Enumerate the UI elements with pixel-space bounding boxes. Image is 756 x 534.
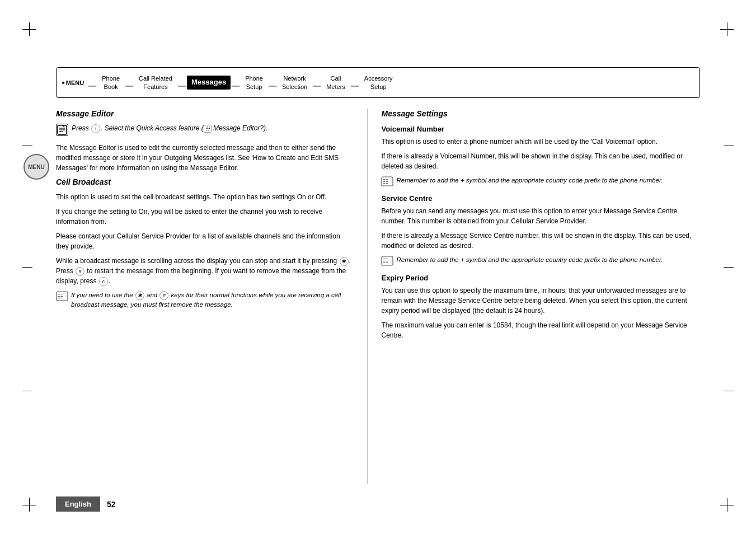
- nav-accessory-setup[interactable]: AccessorySetup: [360, 74, 397, 91]
- menu-label: MENU: [57, 79, 87, 86]
- crosshair-top-right: [720, 22, 734, 36]
- tick-right-mid: [724, 267, 734, 268]
- cell-body4: While a broadcast message is scrolling a…: [56, 256, 351, 286]
- up-button-inline: ↑: [91, 124, 100, 133]
- expiry-body1: You can use this option to specify the m…: [381, 285, 700, 316]
- menu-icon: MENU: [24, 154, 49, 180]
- service-note-box: ☷ Remember to add the + symbol and the a…: [381, 255, 700, 267]
- nav-arrow-1: ⎯⎯: [88, 79, 96, 87]
- service-body2: If there is already a Message Service Ce…: [381, 231, 700, 251]
- message-editor-body: The Message Editor is used to edit the c…: [56, 143, 351, 173]
- nav-messages[interactable]: Messages: [187, 76, 231, 90]
- cell-note-box: ☷ If you need to use the ✱ and # keys fo…: [56, 291, 351, 309]
- nav-arrow-6: ⎯⎯: [313, 79, 321, 87]
- star-button-inline: ✱: [340, 257, 349, 266]
- hash2-btn: #: [159, 291, 168, 300]
- voicemail-note-icon: ☷: [381, 176, 393, 188]
- nav-call-meters[interactable]: CallMeters: [322, 74, 350, 91]
- svg-text:☷: ☷: [383, 178, 388, 185]
- tick-left-bot: [22, 391, 32, 391]
- cell-body2: If you change the setting to On, you wil…: [56, 207, 351, 227]
- nav-phone-setup[interactable]: PhoneSetup: [241, 74, 267, 91]
- message-settings-title: Message Settings: [381, 109, 700, 118]
- voicemail-body2: If there is already a Voicemail Number, …: [381, 151, 700, 171]
- nav-arrow-2: ⎯⎯: [125, 79, 133, 87]
- voicemail-title: Voicemail Number: [381, 125, 700, 133]
- tick-left-mid: [22, 267, 32, 268]
- crosshair-bottom-right: [720, 498, 734, 512]
- left-column: MENU Message Editor Press ↑. Select the …: [56, 109, 365, 484]
- voicemail-note-text: Remember to add the + symbol and the app…: [396, 176, 663, 185]
- voicemail-body1: This option is used to enter a phone num…: [381, 137, 700, 147]
- nav-call-related[interactable]: Call RelatedFeatures: [134, 74, 177, 91]
- service-note-text: Remember to add the + symbol and the app…: [396, 255, 663, 264]
- service-body1: Before you can send any messages you mus…: [381, 206, 700, 226]
- vertical-divider: [367, 109, 368, 484]
- cell-body1: This option is used to set the cell broa…: [56, 192, 351, 202]
- message-editor-title: Message Editor: [56, 109, 351, 118]
- voicemail-note-box: ☷ Remember to add the + symbol and the a…: [381, 176, 700, 188]
- page-number: 52: [107, 500, 116, 509]
- right-column: Message Settings Voicemail Number This o…: [370, 109, 700, 484]
- nav-network-selection[interactable]: NetworkSelection: [278, 74, 312, 91]
- nav-arrow-4: ⎯⎯: [232, 79, 240, 87]
- note-icon: [56, 124, 68, 136]
- expiry-body2: The maximum value you can enter is 10584…: [381, 320, 700, 340]
- service-note-icon: ☷: [381, 256, 393, 267]
- c-button-inline: c: [99, 277, 108, 286]
- hash-button-inline: #: [76, 267, 84, 276]
- bottom-bar: English 52: [56, 496, 700, 512]
- expiry-title: Expiry Period: [381, 274, 700, 282]
- cell-broadcast-title: Cell Broadcast: [56, 177, 351, 186]
- menu-icon-container: MENU: [24, 154, 49, 180]
- crosshair-bottom-left: [22, 498, 36, 512]
- nav-bar: MENU ⎯⎯ PhoneBook ⎯⎯ Call RelatedFeature…: [56, 67, 700, 98]
- main-content: MENU Message Editor Press ↑. Select the …: [56, 109, 700, 484]
- message-editor-note-text: Press ↑. Select the Quick Access feature…: [72, 124, 267, 133]
- tick-right-bot: [724, 391, 734, 391]
- language-label: English: [56, 496, 100, 512]
- crosshair-top-left: [22, 22, 36, 36]
- nav-arrow-5: ⎯⎯: [269, 79, 276, 87]
- star2-btn: ✱: [135, 291, 144, 300]
- svg-text:☷: ☷: [383, 257, 388, 264]
- nav-arrow-7: ⎯⎯: [351, 79, 359, 87]
- message-editor-note-box: Press ↑. Select the Quick Access feature…: [56, 124, 351, 136]
- service-centre-title: Service Centre: [381, 194, 700, 203]
- cell-body3: Please contact your Cellular Service Pro…: [56, 231, 351, 251]
- nav-phone-book[interactable]: PhoneBook: [97, 74, 124, 91]
- cell-note-icon: ☷: [56, 291, 68, 302]
- nav-arrow-3: ⎯⎯: [178, 79, 186, 87]
- svg-text:☷: ☷: [58, 293, 63, 299]
- tick-right-top: [724, 146, 734, 146]
- cell-note-text: If you need to use the ✱ and # keys for …: [71, 291, 351, 309]
- tick-left-top: [22, 146, 32, 146]
